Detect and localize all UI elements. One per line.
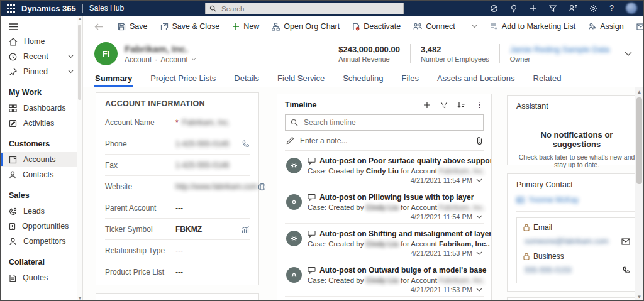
lightbulb-icon[interactable] <box>510 4 518 13</box>
email-a-link-button[interactable]: Email a Link <box>631 19 644 34</box>
timeline-entry-title[interactable]: Auto-post on Outward bulge of a model's … <box>319 266 487 275</box>
sidebar-item-dashboards[interactable]: Dashboards <box>1 101 82 116</box>
chevron-down-icon[interactable] <box>476 251 482 255</box>
connect-split-chevron[interactable] <box>466 21 483 31</box>
sidebar-item-contacts[interactable]: Contacts <box>1 167 82 182</box>
sidebar-scrollbar[interactable]: ▲ ▼ <box>77 16 82 301</box>
field-account-name[interactable]: Account Name * Fabrikam, Inc. <box>105 112 250 133</box>
save-and-close-button[interactable]: Save & Close <box>155 19 226 34</box>
brand-title[interactable]: Dynamics 365 <box>21 4 76 13</box>
field-relationship-type[interactable]: Relationship Type --- <box>105 240 250 261</box>
timeline-entry-date-row[interactable]: 4/21/2021 11:54 PM <box>308 213 482 221</box>
employees-field[interactable]: 3,482 Number of Employees <box>411 45 499 63</box>
chevron-down-icon[interactable] <box>476 178 482 182</box>
chevron-down-icon[interactable] <box>68 55 74 58</box>
waffle-menu-icon[interactable] <box>7 4 15 13</box>
timeline-entry-date-row[interactable]: 4/21/2021 11:53 PM <box>308 249 482 257</box>
filter-icon[interactable] <box>549 4 557 12</box>
user-avatar[interactable] <box>626 3 637 14</box>
add-to-marketing-list-button[interactable]: Add to Marketing List <box>484 19 581 34</box>
owner-value[interactable]: Jamie Reding Sample Data <box>510 45 609 54</box>
timeline-entry[interactable]: Auto-post on Shifting and misalignment o… <box>285 224 484 260</box>
sidebar-item-activities[interactable]: Activities <box>1 116 82 131</box>
field-phone[interactable]: Phone 1-425-555-0145 <box>105 133 250 155</box>
global-search-box[interactable] <box>205 3 404 14</box>
tab-related[interactable]: Related <box>533 71 562 87</box>
chevron-down-icon[interactable] <box>476 215 482 219</box>
field-fax[interactable]: Fax 1-425-555-0146 <box>105 155 250 176</box>
advanced-find-icon[interactable] <box>569 4 577 12</box>
tab-project-price-lists[interactable]: Project Price Lists <box>150 71 216 87</box>
timeline-more-icon[interactable]: ⋮ <box>475 100 484 109</box>
form-selector[interactable]: Account <box>160 55 187 64</box>
deactivate-button[interactable]: Deactivate <box>347 19 406 34</box>
annual-revenue-field[interactable]: $243,000,000.00 Annual Revenue <box>328 45 410 63</box>
sitemap-collapse-button[interactable] <box>1 18 82 34</box>
global-search-input[interactable] <box>220 4 399 13</box>
tab-scheduling[interactable]: Scheduling <box>342 71 384 87</box>
sidebar-item-quotes[interactable]: Quotes <box>1 270 82 285</box>
save-button[interactable]: Save <box>112 19 153 34</box>
stock-chart-icon[interactable] <box>242 226 250 233</box>
field-ticker-symbol[interactable]: Ticker Symbol FBKMZ <box>105 219 250 240</box>
new-button[interactable]: New <box>226 19 265 34</box>
tab-details[interactable]: Details <box>233 71 260 87</box>
owner-field[interactable]: Jamie Reding Sample Data Owner <box>500 45 619 63</box>
header-expand-chevron[interactable] <box>625 52 632 56</box>
timeline-search-box[interactable] <box>285 114 484 131</box>
sidebar-item-home[interactable]: Home <box>1 34 82 49</box>
timeline-entry-date-row[interactable]: 4/21/2021 11:54 PM <box>308 177 482 184</box>
field-website[interactable]: Website http://www.fabrikam.com <box>105 176 250 197</box>
tab-field-service[interactable]: Field Service <box>277 71 325 87</box>
scroll-down-arrow[interactable]: ▼ <box>77 295 82 301</box>
phone-icon[interactable] <box>622 266 630 275</box>
back-button[interactable] <box>89 20 108 33</box>
scroll-down-arrow[interactable]: ▼ <box>635 294 643 300</box>
scroll-up-arrow[interactable]: ▲ <box>77 16 82 22</box>
chevron-down-icon[interactable] <box>476 288 482 292</box>
timeline-entry[interactable]: Auto-post on Poor surface quality above … <box>285 151 484 187</box>
phone-icon[interactable] <box>242 140 250 148</box>
timeline-entry[interactable]: Auto-post on Technical Specifications of… <box>285 297 484 301</box>
sidebar-item-opportunities[interactable]: Opportunities <box>1 219 82 234</box>
timeline-entry-date-row[interactable]: 4/21/2021 11:53 PM <box>308 286 482 293</box>
timeline-search-input[interactable] <box>303 118 478 128</box>
email-value[interactable]: someone@fabrikam.com <box>525 237 609 246</box>
sidebar-item-accounts[interactable]: Accounts <box>1 152 82 167</box>
tab-assets-and-locations[interactable]: Assets and Locations <box>436 71 516 87</box>
field-product-price-list[interactable]: Product Price List --- <box>105 261 250 282</box>
sidebar-item-recent[interactable]: Recent <box>1 49 82 64</box>
timeline-entry[interactable]: Auto-post on Pillowing issue with top la… <box>285 187 484 224</box>
email-value-row[interactable]: someone@fabrikam.com <box>525 237 630 246</box>
field-parent-account[interactable]: Parent Account --- <box>105 197 250 219</box>
primary-contact-name[interactable]: Yvonne McKay <box>528 195 579 204</box>
timeline-sort-icon[interactable] <box>457 101 466 108</box>
field-value[interactable]: --- <box>175 246 183 255</box>
timeline-entry[interactable]: Auto-post on Outward bulge of a model's … <box>285 260 484 297</box>
send-email-icon[interactable] <box>621 238 630 245</box>
paperclip-icon[interactable] <box>477 136 482 145</box>
primary-contact-link[interactable]: Yvonne McKay <box>516 195 637 204</box>
sidebar-item-leads[interactable]: Leads <box>1 204 82 219</box>
globe-icon[interactable] <box>258 183 266 191</box>
connect-button[interactable]: Connect <box>408 19 461 34</box>
field-value[interactable]: --- <box>175 204 183 212</box>
timeline-add-icon[interactable] <box>423 101 431 109</box>
field-value[interactable]: FBKMZ <box>175 225 202 234</box>
plus-icon[interactable] <box>530 4 537 12</box>
chevron-down-icon[interactable] <box>191 58 196 61</box>
business-phone-value[interactable]: 555-555-0153 <box>525 266 572 275</box>
scrollbar-thumb[interactable] <box>78 25 81 100</box>
settings-gear-icon[interactable] <box>589 4 597 13</box>
app-name[interactable]: Sales Hub <box>89 4 124 13</box>
timeline-entry-title[interactable]: Auto-post on Poor surface quality above … <box>319 156 492 165</box>
tab-files[interactable]: Files <box>401 71 419 87</box>
circle-slash-icon[interactable] <box>490 4 498 13</box>
main-scrollbar[interactable]: ▲ ▼ <box>635 87 643 301</box>
field-value[interactable]: http://www.fabrikam.com <box>175 182 258 191</box>
field-value[interactable]: 1-425-555-0145 <box>175 140 229 148</box>
field-value[interactable]: Fabrikam, Inc. <box>182 118 230 127</box>
note-entry-row[interactable]: Enter a note... <box>285 131 484 151</box>
field-value[interactable]: 1-425-555-0146 <box>175 161 229 170</box>
timeline-entry-title[interactable]: Auto-post on Shifting and misalignment o… <box>319 229 492 238</box>
